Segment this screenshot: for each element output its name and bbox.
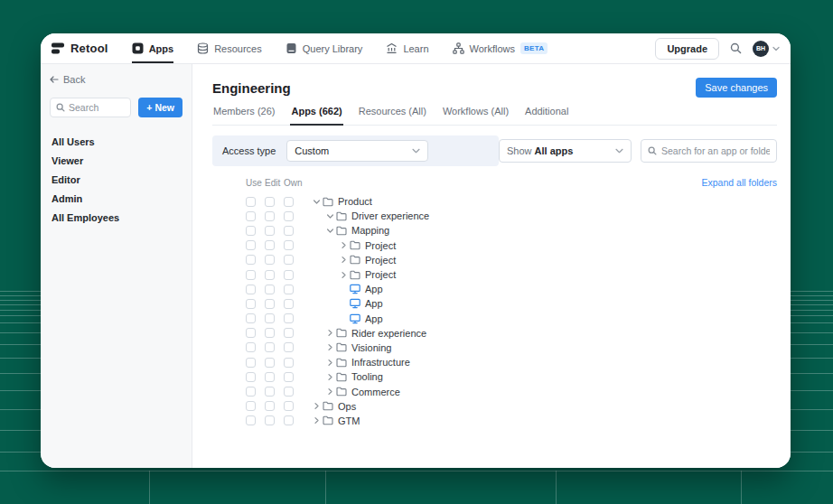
checkbox-own[interactable]: [284, 255, 294, 265]
chevron-right-icon[interactable]: [325, 343, 334, 351]
checkbox-edit[interactable]: [265, 358, 275, 368]
sidebar-item-viewer[interactable]: Viewer: [50, 151, 183, 170]
checkbox-edit[interactable]: [265, 387, 275, 397]
tab-workflows-all[interactable]: Workflows (All): [442, 106, 510, 125]
access-type-select[interactable]: Custom: [286, 140, 428, 162]
checkbox-edit[interactable]: [265, 299, 275, 309]
checkbox-own[interactable]: [284, 270, 294, 280]
checkbox-edit[interactable]: [265, 197, 275, 207]
chevron-right-icon[interactable]: [325, 359, 334, 367]
checkbox-own[interactable]: [284, 285, 294, 294]
checkbox-use[interactable]: [246, 197, 256, 207]
checkbox-use[interactable]: [246, 401, 256, 411]
nav-item-resources[interactable]: Resources: [197, 33, 262, 63]
nav-item-apps[interactable]: Apps: [132, 33, 174, 63]
checkbox-use[interactable]: [246, 328, 256, 338]
chevron-down-icon[interactable]: [325, 212, 334, 220]
tree-row[interactable]: App: [212, 296, 777, 311]
checkbox-edit[interactable]: [265, 342, 275, 352]
checkbox-use[interactable]: [246, 415, 256, 425]
tree-row[interactable]: GTM: [212, 414, 777, 428]
chevron-right-icon[interactable]: [312, 402, 321, 410]
back-button[interactable]: Back: [50, 74, 183, 85]
chevron-right-icon[interactable]: [339, 241, 348, 249]
checkbox-edit[interactable]: [265, 226, 275, 236]
chevron-right-icon[interactable]: [339, 256, 348, 264]
checkbox-use[interactable]: [246, 313, 256, 323]
chevron-right-icon[interactable]: [339, 271, 348, 279]
chevron-right-icon[interactable]: [325, 329, 334, 337]
chevron-right-icon[interactable]: [325, 387, 334, 396]
tree-row[interactable]: Mapping: [212, 223, 777, 238]
chevron-right-icon[interactable]: [325, 373, 334, 381]
checkbox-own[interactable]: [284, 226, 294, 236]
sidebar-item-all-users[interactable]: All Users: [50, 132, 183, 151]
sidebar-item-all-employees[interactable]: All Employees: [50, 208, 183, 227]
checkbox-edit[interactable]: [265, 372, 275, 382]
checkbox-use[interactable]: [246, 358, 256, 368]
checkbox-own[interactable]: [284, 197, 294, 207]
checkbox-edit[interactable]: [265, 240, 275, 250]
checkbox-use[interactable]: [246, 270, 256, 280]
save-changes-button[interactable]: Save changes: [696, 78, 777, 98]
checkbox-edit[interactable]: [265, 328, 275, 338]
tab-apps-662[interactable]: Apps (662): [290, 106, 342, 126]
app-search-input[interactable]: [661, 145, 770, 156]
tree-row[interactable]: Product: [212, 194, 777, 209]
new-group-button[interactable]: + New: [138, 98, 183, 117]
chevron-down-icon[interactable]: [325, 227, 334, 235]
tab-members-26[interactable]: Members (26): [212, 106, 276, 125]
checkbox-own[interactable]: [284, 240, 294, 250]
sidebar-item-admin[interactable]: Admin: [50, 189, 183, 208]
checkbox-edit[interactable]: [265, 313, 275, 323]
account-menu[interactable]: BH: [753, 41, 780, 57]
tree-row[interactable]: Infrastructure: [212, 355, 777, 369]
tree-row[interactable]: App: [212, 282, 777, 296]
checkbox-own[interactable]: [284, 401, 294, 411]
checkbox-edit[interactable]: [265, 270, 275, 280]
tree-row[interactable]: Commerce: [212, 384, 777, 398]
show-filter-select[interactable]: ShowAll apps: [499, 139, 632, 163]
tree-row[interactable]: Ops: [212, 399, 777, 414]
tree-row[interactable]: Rider experience: [212, 326, 777, 341]
tree-row[interactable]: Project: [212, 238, 777, 253]
checkbox-use[interactable]: [246, 342, 256, 352]
checkbox-own[interactable]: [284, 358, 294, 368]
checkbox-use[interactable]: [246, 255, 256, 265]
checkbox-own[interactable]: [284, 299, 294, 309]
tree-row[interactable]: Project: [212, 267, 777, 282]
checkbox-edit[interactable]: [265, 255, 275, 265]
checkbox-use[interactable]: [246, 372, 256, 382]
checkbox-own[interactable]: [284, 211, 294, 221]
checkbox-edit[interactable]: [265, 415, 275, 425]
checkbox-own[interactable]: [284, 372, 294, 382]
tab-additional[interactable]: Additional: [524, 106, 569, 125]
group-search-input[interactable]: [69, 102, 123, 113]
checkbox-own[interactable]: [284, 387, 294, 397]
checkbox-own[interactable]: [284, 415, 294, 425]
checkbox-own[interactable]: [284, 313, 294, 323]
checkbox-use[interactable]: [246, 387, 256, 397]
checkbox-use[interactable]: [246, 240, 256, 250]
tree-row[interactable]: App: [212, 312, 777, 326]
tree-row[interactable]: Driver experience: [212, 209, 777, 223]
checkbox-use[interactable]: [246, 285, 256, 294]
tab-resources-all[interactable]: Resources (All): [358, 106, 427, 125]
tree-row[interactable]: Visioning: [212, 341, 777, 355]
search-icon[interactable]: [730, 42, 742, 54]
chevron-right-icon[interactable]: [312, 416, 321, 425]
checkbox-use[interactable]: [246, 299, 256, 309]
checkbox-use[interactable]: [246, 211, 256, 221]
tree-row[interactable]: Tooling: [212, 369, 777, 384]
nav-item-workflows[interactable]: WorkflowsBETA: [453, 33, 548, 63]
checkbox-own[interactable]: [284, 328, 294, 338]
checkbox-edit[interactable]: [265, 401, 275, 411]
chevron-down-icon[interactable]: [312, 198, 321, 206]
avatar[interactable]: BH: [753, 41, 769, 57]
expand-all-folders-link[interactable]: Expand all folders: [702, 177, 777, 188]
checkbox-edit[interactable]: [265, 211, 275, 221]
retool-logo[interactable]: Retool: [51, 33, 108, 63]
upgrade-button[interactable]: Upgrade: [655, 38, 719, 60]
checkbox-own[interactable]: [284, 342, 294, 352]
nav-item-query-library[interactable]: Query Library: [285, 33, 363, 63]
